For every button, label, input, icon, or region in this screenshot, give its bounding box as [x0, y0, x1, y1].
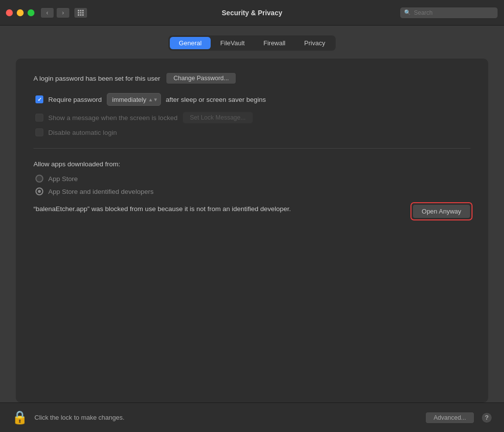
show-message-checkbox[interactable]	[35, 114, 43, 122]
maximize-button[interactable]	[28, 9, 34, 16]
blocked-app-text: “balenaEtcher.app” was blocked from use …	[33, 204, 405, 214]
svg-rect-3	[78, 12, 79, 13]
show-message-label: Show a message when the screen is locked	[48, 114, 178, 122]
open-anyway-wrapper: Open Anyway	[412, 204, 471, 218]
minimize-button[interactable]	[17, 9, 24, 16]
app-store-identified-radio-row: App Store and identified developers	[33, 187, 471, 195]
tab-filevault[interactable]: FileVault	[212, 37, 254, 49]
svg-rect-5	[82, 12, 84, 13]
settings-panel: A login password has been set for this u…	[16, 59, 488, 402]
app-store-identified-label: App Store and identified developers	[48, 188, 154, 195]
tab-firewall[interactable]: Firewall	[254, 37, 294, 49]
svg-rect-2	[82, 10, 84, 11]
section-divider	[33, 148, 471, 149]
nav-buttons: ‹ ›	[40, 7, 70, 18]
grid-button[interactable]	[74, 7, 88, 18]
svg-rect-4	[80, 12, 82, 13]
require-password-row: Require password immediately ▲▼ after sl…	[33, 93, 471, 106]
disable-autologin-checkbox[interactable]	[35, 128, 43, 136]
tab-privacy[interactable]: Privacy	[295, 37, 334, 49]
search-icon: 🔍	[404, 9, 411, 16]
advanced-button[interactable]: Advanced...	[425, 412, 474, 424]
svg-rect-0	[78, 10, 79, 11]
password-set-label: A login password has been set for this u…	[33, 75, 160, 82]
change-password-button[interactable]: Change Password...	[166, 72, 236, 84]
close-button[interactable]	[6, 9, 13, 16]
show-message-row: Show a message when the screen is locked…	[33, 112, 471, 123]
footer: 🔒 Click the lock to make changes. Advanc…	[0, 402, 504, 432]
svg-rect-6	[78, 14, 79, 16]
tabs: General FileVault Firewall Privacy	[168, 35, 335, 51]
set-lock-message-button: Set Lock Message...	[183, 112, 253, 123]
require-password-label: Require password	[48, 96, 102, 103]
password-set-row: A login password has been set for this u…	[33, 72, 471, 84]
svg-rect-1	[80, 10, 82, 11]
app-store-radio[interactable]	[35, 175, 43, 183]
search-input[interactable]	[414, 9, 494, 16]
open-anyway-button[interactable]: Open Anyway	[412, 204, 471, 218]
password-timing-dropdown-wrapper[interactable]: immediately ▲▼	[107, 93, 161, 106]
forward-button[interactable]: ›	[56, 7, 70, 18]
app-store-identified-radio[interactable]	[35, 187, 43, 195]
disable-autologin-label: Disable automatic login	[48, 129, 117, 136]
allow-apps-title: Allow apps downloaded from:	[33, 160, 471, 168]
disable-autologin-row: Disable automatic login	[33, 128, 471, 136]
search-bar[interactable]: 🔍	[400, 7, 498, 19]
blocked-app-row: “balenaEtcher.app” was blocked from use …	[33, 204, 471, 218]
after-sleep-label: after sleep or screen saver begins	[166, 96, 266, 103]
titlebar: ‹ › Security & Privacy 🔍	[0, 0, 504, 26]
window-title: Security & Privacy	[222, 9, 283, 17]
back-button[interactable]: ‹	[40, 7, 54, 18]
svg-rect-8	[82, 14, 84, 16]
svg-rect-7	[80, 14, 82, 16]
traffic-lights	[6, 9, 34, 16]
app-store-label: App Store	[48, 175, 78, 183]
help-button[interactable]: ?	[481, 412, 492, 423]
password-timing-dropdown[interactable]: immediately	[107, 93, 161, 106]
tab-general[interactable]: General	[170, 37, 210, 49]
app-store-radio-row: App Store	[33, 175, 471, 183]
lock-icon[interactable]: 🔒	[12, 410, 28, 425]
main-content: General FileVault Firewall Privacy A log…	[0, 26, 504, 402]
require-password-checkbox[interactable]	[35, 95, 43, 103]
lock-label: Click the lock to make changes.	[34, 414, 418, 421]
